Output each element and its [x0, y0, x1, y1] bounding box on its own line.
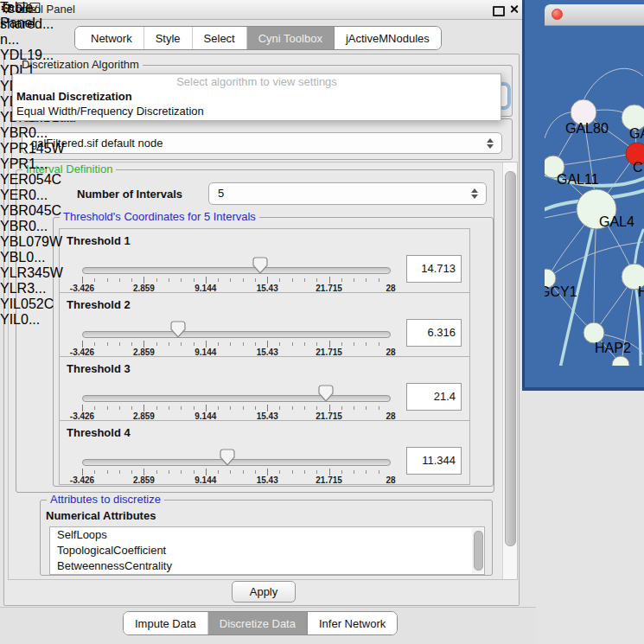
- number-of-intervals-value: 5: [218, 187, 224, 200]
- list-item[interactable]: SelfLoops: [50, 527, 484, 543]
- slider-scale-label: 2.859: [133, 348, 155, 357]
- number-of-intervals-label: Number of Intervals: [77, 188, 182, 201]
- column-header-shared-name[interactable]: shared...: [0, 16, 65, 32]
- thresholds-group-label: Threshold's Coordinates for 5 Intervals: [60, 210, 259, 223]
- table-cell[interactable]: YLR345W: [0, 265, 65, 281]
- tab-select[interactable]: Select: [193, 27, 247, 49]
- column-header-name[interactable]: n...: [0, 32, 65, 48]
- slider-handle[interactable]: [170, 321, 186, 338]
- list-item[interactable]: BetweennessCentrality: [50, 558, 484, 574]
- numerical-attributes-label: Numerical Attributes: [46, 509, 156, 522]
- table-panel-card: ⚙ ☑☑ shared... n... YDL19... YDL1... YDR…: [0, 0, 65, 328]
- tab-infer-network[interactable]: Infer Network: [308, 612, 397, 634]
- table-cell[interactable]: YBR045C: [0, 203, 65, 219]
- apply-button[interactable]: Apply: [232, 581, 296, 603]
- threshold-value-field[interactable]: 21.4: [406, 383, 462, 411]
- scrollbar-thumb[interactable]: [474, 531, 483, 571]
- tab-label: Discretize Data: [220, 617, 296, 630]
- table-cell[interactable]: YPR1...: [0, 156, 65, 172]
- network-node-label: GAL11: [557, 172, 599, 187]
- vertical-scrollbar[interactable]: [502, 163, 517, 579]
- threshold-slider[interactable]: -3.4262.8599.14415.4321.71528: [82, 255, 391, 291]
- close-icon[interactable]: [509, 4, 519, 14]
- slider-track[interactable]: [82, 267, 391, 274]
- table-cell[interactable]: YBL0...: [0, 250, 65, 265]
- slider-scale-label: 21.715: [316, 284, 342, 293]
- mac-titlebar[interactable]: [545, 4, 644, 26]
- threshold-slider[interactable]: -3.4262.8599.14415.4321.71528: [82, 447, 391, 483]
- table-cell[interactable]: YBR0...: [0, 219, 65, 234]
- popup-item-manual-discretization[interactable]: Manual Discretization: [13, 89, 501, 104]
- table-cell[interactable]: YIL052C: [0, 296, 65, 312]
- table-cell[interactable]: YBR0...: [0, 125, 65, 141]
- threshold-label: Threshold 4: [67, 426, 131, 439]
- threshold-value-field[interactable]: 6.316: [406, 319, 462, 347]
- tab-jactivemnodules[interactable]: jActiveMNodules: [335, 27, 441, 49]
- slider-scale-label: 21.715: [316, 348, 342, 357]
- table-cell[interactable]: YER054C: [0, 172, 65, 188]
- bottom-tab-strip: Impute Data Discretize Data Infer Networ…: [0, 607, 536, 644]
- number-of-intervals-combobox[interactable]: 5: [208, 182, 487, 205]
- table-data-combobox[interactable]: galFiltered.sif default node: [22, 132, 502, 154]
- attributes-group-label: Attributes to discretize: [47, 493, 164, 506]
- tab-network[interactable]: Network: [75, 27, 144, 49]
- algorithm-dropdown-popup: Select algorithm to view settings Manual…: [12, 73, 501, 121]
- network-view-window: GAL80GACGAL11GAL4GCY1HHAP2: [545, 4, 644, 366]
- network-node-label: GAL4: [599, 214, 634, 229]
- table-cell[interactable]: YBL079W: [0, 234, 65, 250]
- gear-icon[interactable]: ⚙: [0, 1, 12, 16]
- table-cell[interactable]: YIL0...: [0, 312, 65, 328]
- table-toolbar: ⚙ ☑☑: [0, 0, 65, 16]
- threshold-label: Threshold 3: [67, 362, 131, 375]
- slider-ticks: [82, 341, 391, 348]
- list-item[interactable]: TopologicalCoefficient: [50, 543, 484, 558]
- tab-style[interactable]: Style: [144, 27, 193, 49]
- threshold-slider[interactable]: -3.4262.8599.14415.4321.71528: [82, 319, 391, 355]
- threshold-slider[interactable]: -3.4262.8599.14415.4321.71528: [82, 383, 391, 419]
- table-cell[interactable]: YLR3...: [0, 281, 65, 296]
- bottom-tab-bar: Impute Data Discretize Data Infer Networ…: [123, 611, 398, 635]
- table-cell[interactable]: YER0...: [0, 188, 65, 203]
- tab-label: Cyni Toolbox: [258, 32, 322, 45]
- slider-scale-label: 21.715: [316, 411, 342, 421]
- threshold-value-field[interactable]: 14.713: [406, 255, 462, 283]
- tab-label: Impute Data: [135, 617, 196, 630]
- tab-cyni-toolbox[interactable]: Cyni Toolbox: [247, 27, 335, 49]
- slider-handle[interactable]: [318, 385, 334, 402]
- popup-item-equal-width[interactable]: Equal Width/Frequency Discretization: [13, 104, 501, 118]
- tab-impute-data[interactable]: Impute Data: [124, 612, 208, 634]
- threshold-rows: Threshold 1 -3.4262.8599.14415.4321.7152…: [59, 228, 470, 485]
- table-row[interactable]: YPR145W YPR1...: [0, 141, 65, 172]
- slider-scale-label: 28: [386, 411, 395, 421]
- top-tab-bar: Network Style Select Cyni Toolbox jActiv…: [74, 26, 442, 50]
- slider-track[interactable]: [82, 331, 391, 338]
- slider-scale-label: 28: [386, 284, 395, 293]
- slider-track[interactable]: [82, 459, 391, 466]
- table-row[interactable]: YBL079W YBL0...: [0, 234, 65, 265]
- table-cell[interactable]: YDL19...: [0, 48, 65, 63]
- float-window-icon[interactable]: [493, 6, 505, 16]
- table-row[interactable]: YER054C YER0...: [0, 172, 65, 203]
- attr-items: SelfLoopsTopologicalCoefficientBetweenne…: [50, 527, 484, 574]
- zoom-traffic-light[interactable]: [545, 9, 556, 20]
- slider-scale-label: 15.43: [257, 475, 278, 485]
- table-row[interactable]: YIL052C YIL0...: [0, 296, 65, 328]
- slider-scale-label: -3.426: [70, 411, 94, 421]
- select-columns-icon[interactable]: ☑☑: [16, 1, 41, 16]
- table-row[interactable]: YLR345W YLR3...: [0, 265, 65, 296]
- network-node[interactable]: [612, 356, 629, 366]
- network-node-label: HAP2: [595, 341, 631, 355]
- list-scrollbar[interactable]: [472, 528, 483, 573]
- slider-track[interactable]: [82, 395, 391, 402]
- slider-scale-label: 2.859: [133, 411, 155, 421]
- threshold-value-field[interactable]: 11.344: [406, 447, 462, 475]
- minimize-traffic-light[interactable]: [567, 9, 578, 20]
- screen: Control Panel Network Style Select Cyni …: [0, 0, 644, 644]
- network-canvas[interactable]: GAL80GACGAL11GAL4GCY1HHAP2: [545, 26, 644, 366]
- slider-handle[interactable]: [220, 449, 235, 466]
- scrollbar-thumb[interactable]: [505, 171, 516, 546]
- slider-handle[interactable]: [252, 257, 268, 274]
- table-row[interactable]: YBR045C YBR0...: [0, 203, 65, 234]
- table-cell[interactable]: YPR145W: [0, 141, 65, 156]
- tab-discretize-data[interactable]: Discretize Data: [208, 612, 308, 634]
